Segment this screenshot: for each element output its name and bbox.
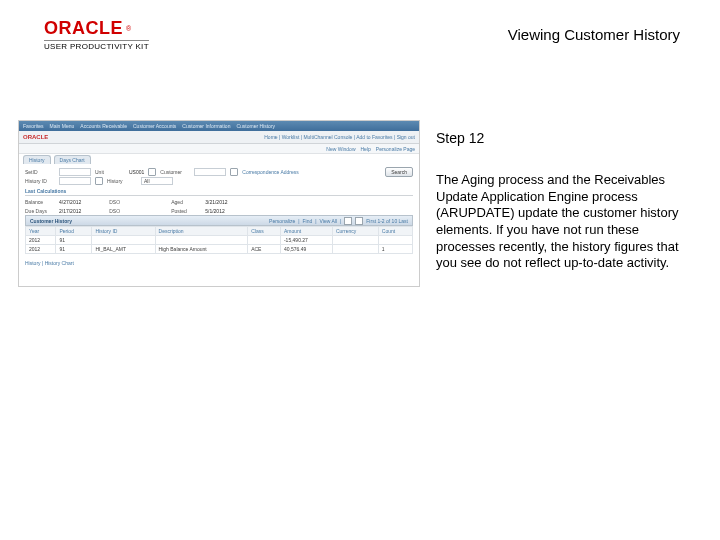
meta-link: Personalize Page	[376, 146, 415, 152]
dso-label2: DSO	[109, 208, 139, 214]
logo-brand-text: ORACLE	[44, 18, 123, 39]
breadcrumb: Favorites Main Menu Accounts Receivable …	[19, 121, 419, 131]
grid-zoom-icon	[344, 217, 352, 225]
lookup-icon	[148, 168, 156, 176]
due-value: 2/17/2012	[59, 208, 81, 214]
logo-subtitle: USER PRODUCTIVITY KIT	[44, 40, 149, 51]
embedded-screenshot: Favorites Main Menu Accounts Receivable …	[18, 120, 420, 287]
tab-days-chart: Days Chart	[54, 155, 91, 164]
history-id-label: History ID	[25, 178, 55, 184]
page-meta-links: New Window Help Personalize Page	[19, 144, 419, 154]
posted-value: 5/1/2012	[205, 208, 224, 214]
lookup-icon	[230, 168, 238, 176]
grid-download-icon	[355, 217, 363, 225]
corr-addr-link: Correspondence Address	[242, 169, 298, 175]
unit-value: US001	[129, 169, 144, 175]
posted-label: Posted	[171, 208, 201, 214]
oracle-logo: ORACLE ® USER PRODUCTIVITY KIT	[44, 18, 149, 51]
aged-value: 3/21/2012	[205, 199, 227, 205]
header-link: MultiChannel Console	[303, 134, 352, 140]
grid-find-link: Find	[303, 218, 313, 224]
col-histid: History ID	[92, 227, 155, 236]
app-header-links: Home | Worklist | MultiChannel Console |…	[264, 134, 415, 140]
header-link: Add to Favorites	[356, 134, 392, 140]
balance-label: Balance	[25, 199, 55, 205]
due-label: Due Days	[25, 208, 55, 214]
search-button: Search	[385, 167, 413, 177]
grid-viewall-link: View All	[320, 218, 337, 224]
footer-link: History | History Chart	[19, 257, 419, 269]
header-link: Worklist	[282, 134, 300, 140]
setid-input	[59, 168, 91, 176]
app-brand: ORACLE	[23, 134, 48, 140]
aged-label: Aged	[171, 199, 201, 205]
page-title: Viewing Customer History	[508, 26, 680, 43]
tab-history: History	[23, 155, 51, 164]
grid-personalize-link: Personalize	[269, 218, 295, 224]
history-table: Year Period History ID Description Class…	[25, 226, 413, 254]
grid-header: Customer History Personalize| Find| View…	[25, 215, 413, 226]
col-year: Year	[26, 227, 56, 236]
col-count: Count	[378, 227, 412, 236]
col-desc: Description	[155, 227, 248, 236]
app-header: ORACLE Home | Worklist | MultiChannel Co…	[19, 131, 419, 144]
col-currency: Currency	[332, 227, 378, 236]
col-period: Period	[56, 227, 92, 236]
setid-label: SetID	[25, 169, 55, 175]
step-label: Step 12	[436, 130, 690, 146]
col-amount: Amount	[280, 227, 332, 236]
grid-range: First 1-2 of 10 Last	[366, 218, 408, 224]
grid-title: Customer History	[30, 218, 72, 224]
crumb: Accounts Receivable	[80, 123, 127, 129]
crumb: Customer History	[236, 123, 275, 129]
customer-input	[194, 168, 226, 176]
step-description: The Aging process and the Receivables Up…	[436, 172, 690, 272]
header-link: Home	[264, 134, 277, 140]
history-id-input	[59, 177, 91, 185]
unit-label: Unit	[95, 169, 125, 175]
logo-tm: ®	[126, 25, 131, 32]
meta-link: New Window	[326, 146, 355, 152]
history-label: History	[107, 178, 137, 184]
history-select: All	[141, 177, 173, 185]
crumb: Favorites	[23, 123, 44, 129]
tab-bar: History Days Chart	[19, 154, 419, 164]
table-row: 2012 91 HI_BAL_AMT High Balance Amount A…	[26, 245, 413, 254]
col-class: Class	[248, 227, 281, 236]
crumb: Main Menu	[50, 123, 75, 129]
header-link: Sign out	[397, 134, 415, 140]
balance-value: 4/27/2012	[59, 199, 81, 205]
last-calc-section: Last Calculations	[25, 188, 413, 196]
dso-label: DSO	[109, 199, 139, 205]
meta-link: Help	[361, 146, 371, 152]
crumb: Customer Accounts	[133, 123, 176, 129]
customer-label: Customer	[160, 169, 190, 175]
lookup-icon	[95, 177, 103, 185]
table-row: 2012 91 -15,490.27	[26, 236, 413, 245]
crumb: Customer Information	[182, 123, 230, 129]
